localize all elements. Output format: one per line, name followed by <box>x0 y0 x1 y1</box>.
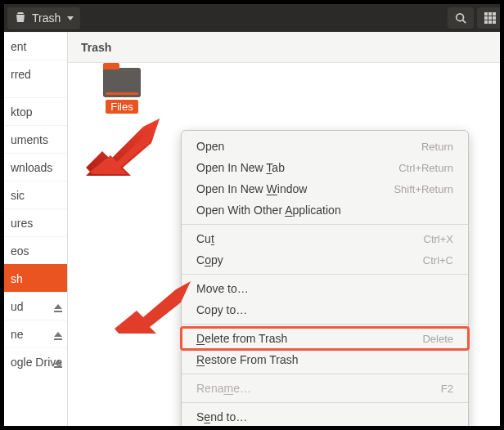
menu-label: Copy <box>196 253 223 267</box>
menu-label: Cut <box>196 232 214 245</box>
menu-send-to[interactable]: Send to… <box>182 406 468 428</box>
sidebar-item-label: ne <box>11 328 24 341</box>
menu-shortcut: Ctrl+Return <box>398 162 453 174</box>
menu-separator <box>182 374 468 374</box>
sidebar-item-label: ent <box>11 40 26 53</box>
menu-open-tab[interactable]: Open In New Tab Ctrl+Return <box>182 157 468 178</box>
sidebar-item-videos[interactable]: eos <box>0 236 67 264</box>
context-menu: Open Return Open In New Tab Ctrl+Return … <box>181 130 469 430</box>
menu-label: Move to… <box>196 282 249 295</box>
menu-label: Rename… <box>196 382 251 395</box>
sidebar-item-desktop[interactable]: ktop <box>0 97 67 125</box>
sidebar-item-starred[interactable]: rred <box>0 60 67 87</box>
sidebar-item-music[interactable]: sic <box>0 181 67 208</box>
menu-rename: Rename… F2 <box>182 378 468 399</box>
menu-restore-from-trash[interactable]: Restore From Trash <box>182 349 468 370</box>
sidebar-item-downloads[interactable]: wnloads <box>0 153 67 181</box>
trash-icon <box>14 11 27 26</box>
sidebar-item-label: sic <box>11 189 25 202</box>
menu-copy-to[interactable]: Copy to… <box>182 299 468 320</box>
sidebar-item-label: ures <box>11 217 33 230</box>
menu-open-window[interactable]: Open In New Window Shift+Return <box>182 178 468 199</box>
sidebar-item-label: uments <box>11 133 48 146</box>
menu-label: Open In New Window <box>196 182 307 195</box>
menu-label: Copy to… <box>196 303 247 316</box>
menu-cut[interactable]: Cut Ctrl+X <box>182 228 468 249</box>
sidebar-item-label: ud <box>11 300 24 313</box>
sidebar-item-trash[interactable]: sh <box>0 264 67 292</box>
svg-line-1 <box>463 20 466 24</box>
sidebar-item-recent[interactable]: ent <box>0 32 67 60</box>
menu-separator <box>182 274 468 275</box>
breadcrumb: Trash <box>68 32 500 63</box>
menu-shortcut: Delete <box>422 333 453 345</box>
menu-separator <box>182 324 468 325</box>
sidebar-item-documents[interactable]: uments <box>0 125 67 153</box>
search-button[interactable] <box>448 7 474 29</box>
menu-label: Delete from Trash <box>196 332 287 345</box>
search-icon <box>455 12 466 24</box>
file-item-files[interactable]: Files <box>97 68 146 114</box>
menu-shortcut: Shift+Return <box>394 183 453 195</box>
menu-delete-from-trash[interactable]: Delete from Trash Delete <box>182 328 468 349</box>
location-title: Trash <box>32 11 61 25</box>
folder-icon <box>103 68 141 97</box>
svg-point-0 <box>457 14 464 21</box>
file-item-label: Files <box>106 100 137 114</box>
menu-shortcut: Ctrl+C <box>423 254 453 267</box>
view-grid-button[interactable] <box>477 7 503 29</box>
menu-label: Restore From Trash <box>196 353 299 366</box>
sidebar-item-pictures[interactable]: ures <box>0 208 67 236</box>
sidebar-item-label: sh <box>11 272 23 285</box>
menu-open-with[interactable]: Open With Other Application <box>182 199 468 221</box>
location-dropdown[interactable]: Trash <box>7 7 80 29</box>
sidebar-item-label: rred <box>11 68 31 81</box>
menu-open[interactable]: Open Return <box>182 136 468 157</box>
menu-separator <box>182 402 468 403</box>
menu-label: Send to… <box>196 410 247 423</box>
menu-move-to[interactable]: Move to… <box>182 278 468 299</box>
eject-icon[interactable] <box>54 360 62 365</box>
window-titlebar: Trash <box>4 4 500 32</box>
menu-label: Open With Other Application <box>196 204 341 217</box>
chevron-down-icon <box>67 16 74 20</box>
menu-separator <box>182 224 468 225</box>
menu-label: Open In New Tab <box>196 161 285 174</box>
sidebar-item-label: ktop <box>11 105 32 119</box>
menu-copy[interactable]: Copy Ctrl+C <box>182 249 468 271</box>
sidebar-item-google-drive[interactable]: ogle Drive <box>0 347 67 375</box>
sidebar-item-label: eos <box>11 244 29 258</box>
menu-shortcut: Ctrl+X <box>424 233 453 245</box>
sidebar-item-cloud[interactable]: ud <box>0 292 67 320</box>
page-title: Trash <box>81 41 111 54</box>
eject-icon[interactable] <box>54 304 62 309</box>
menu-label: Open <box>196 140 224 153</box>
sidebar-item-label: wnloads <box>11 161 52 174</box>
menu-shortcut: F2 <box>441 383 453 395</box>
places-sidebar: ent rred ktop uments wnloads sic ures eo… <box>0 32 68 426</box>
grid-icon <box>484 12 496 24</box>
sidebar-item-drive[interactable]: ne <box>0 320 67 347</box>
menu-shortcut: Return <box>421 141 453 153</box>
eject-icon[interactable] <box>54 332 62 337</box>
